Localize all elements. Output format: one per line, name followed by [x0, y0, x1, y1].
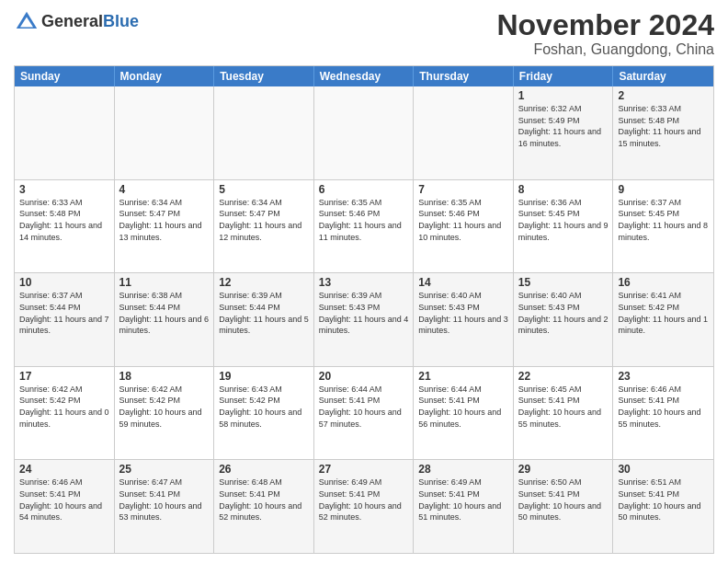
day-number: 23	[618, 370, 709, 383]
day-info: Sunrise: 6:42 AM Sunset: 5:42 PM Dayligh…	[119, 384, 210, 430]
day-number: 8	[518, 183, 609, 196]
day-info: Sunrise: 6:33 AM Sunset: 5:48 PM Dayligh…	[618, 103, 709, 149]
day-number: 24	[19, 463, 109, 476]
day-info: Sunrise: 6:35 AM Sunset: 5:46 PM Dayligh…	[319, 197, 409, 243]
day-cell-14: 14Sunrise: 6:40 AM Sunset: 5:43 PM Dayli…	[414, 273, 514, 366]
day-info: Sunrise: 6:34 AM Sunset: 5:47 PM Dayligh…	[119, 197, 210, 243]
day-cell-13: 13Sunrise: 6:39 AM Sunset: 5:43 PM Dayli…	[314, 273, 415, 366]
day-info: Sunrise: 6:47 AM Sunset: 5:41 PM Dayligh…	[119, 477, 210, 523]
day-number: 14	[418, 276, 508, 289]
day-info: Sunrise: 6:43 AM Sunset: 5:42 PM Dayligh…	[219, 384, 309, 430]
calendar-header: SundayMondayTuesdayWednesdayThursdayFrid…	[15, 66, 713, 86]
calendar-body: 1Sunrise: 6:32 AM Sunset: 5:49 PM Daylig…	[15, 86, 713, 553]
day-info: Sunrise: 6:40 AM Sunset: 5:43 PM Dayligh…	[518, 290, 609, 336]
day-number: 26	[219, 463, 309, 476]
day-number: 27	[319, 463, 409, 476]
header-day-sunday: Sunday	[15, 66, 115, 86]
day-cell-3: 3Sunrise: 6:33 AM Sunset: 5:48 PM Daylig…	[15, 180, 115, 273]
day-number: 10	[19, 276, 109, 289]
logo-text: GeneralBlue	[41, 13, 139, 31]
day-number: 9	[618, 183, 709, 196]
day-cell-17: 17Sunrise: 6:42 AM Sunset: 5:42 PM Dayli…	[15, 367, 115, 460]
logo: GeneralBlue	[14, 9, 139, 35]
day-cell-2: 2Sunrise: 6:33 AM Sunset: 5:48 PM Daylig…	[613, 86, 713, 179]
day-number: 15	[518, 276, 609, 289]
day-info: Sunrise: 6:34 AM Sunset: 5:47 PM Dayligh…	[219, 197, 309, 243]
day-number: 5	[219, 183, 309, 196]
empty-cell	[214, 86, 314, 179]
day-cell-1: 1Sunrise: 6:32 AM Sunset: 5:49 PM Daylig…	[514, 86, 614, 179]
page-container: GeneralBlue November 2024 Foshan, Guangd…	[0, 0, 728, 563]
day-number: 2	[618, 89, 709, 102]
day-number: 20	[319, 370, 409, 383]
day-cell-16: 16Sunrise: 6:41 AM Sunset: 5:42 PM Dayli…	[613, 273, 713, 366]
day-number: 6	[319, 183, 409, 196]
day-number: 25	[119, 463, 210, 476]
day-info: Sunrise: 6:36 AM Sunset: 5:45 PM Dayligh…	[518, 197, 609, 243]
day-number: 3	[19, 183, 109, 196]
day-number: 28	[418, 463, 508, 476]
day-info: Sunrise: 6:44 AM Sunset: 5:41 PM Dayligh…	[319, 384, 409, 430]
day-info: Sunrise: 6:51 AM Sunset: 5:41 PM Dayligh…	[618, 477, 709, 523]
header-day-tuesday: Tuesday	[214, 66, 314, 86]
day-cell-24: 24Sunrise: 6:46 AM Sunset: 5:41 PM Dayli…	[15, 460, 115, 553]
day-info: Sunrise: 6:38 AM Sunset: 5:44 PM Dayligh…	[119, 290, 210, 336]
day-number: 18	[119, 370, 210, 383]
day-cell-27: 27Sunrise: 6:49 AM Sunset: 5:41 PM Dayli…	[314, 460, 415, 553]
calendar-row-2: 3Sunrise: 6:33 AM Sunset: 5:48 PM Daylig…	[15, 179, 713, 273]
day-cell-10: 10Sunrise: 6:37 AM Sunset: 5:44 PM Dayli…	[15, 273, 115, 366]
day-info: Sunrise: 6:45 AM Sunset: 5:41 PM Dayligh…	[518, 384, 609, 430]
calendar-row-4: 17Sunrise: 6:42 AM Sunset: 5:42 PM Dayli…	[15, 366, 713, 460]
day-info: Sunrise: 6:37 AM Sunset: 5:44 PM Dayligh…	[19, 290, 109, 336]
calendar-row-3: 10Sunrise: 6:37 AM Sunset: 5:44 PM Dayli…	[15, 272, 713, 366]
header-day-friday: Friday	[514, 66, 614, 86]
day-cell-29: 29Sunrise: 6:50 AM Sunset: 5:41 PM Dayli…	[514, 460, 614, 553]
day-info: Sunrise: 6:44 AM Sunset: 5:41 PM Dayligh…	[418, 384, 508, 430]
day-number: 13	[319, 276, 409, 289]
day-cell-26: 26Sunrise: 6:48 AM Sunset: 5:41 PM Dayli…	[214, 460, 314, 553]
day-number: 4	[119, 183, 210, 196]
day-cell-15: 15Sunrise: 6:40 AM Sunset: 5:43 PM Dayli…	[514, 273, 614, 366]
calendar-row-1: 1Sunrise: 6:32 AM Sunset: 5:49 PM Daylig…	[15, 86, 713, 179]
day-cell-7: 7Sunrise: 6:35 AM Sunset: 5:46 PM Daylig…	[414, 180, 514, 273]
day-number: 11	[119, 276, 210, 289]
day-info: Sunrise: 6:46 AM Sunset: 5:41 PM Dayligh…	[618, 384, 709, 430]
logo-general: General	[41, 12, 103, 30]
day-cell-12: 12Sunrise: 6:39 AM Sunset: 5:44 PM Dayli…	[214, 273, 314, 366]
day-number: 7	[418, 183, 508, 196]
day-info: Sunrise: 6:39 AM Sunset: 5:43 PM Dayligh…	[319, 290, 409, 336]
header-day-thursday: Thursday	[414, 66, 514, 86]
day-info: Sunrise: 6:41 AM Sunset: 5:42 PM Dayligh…	[618, 290, 709, 336]
day-number: 1	[518, 89, 609, 102]
empty-cell	[314, 86, 415, 179]
logo-icon	[14, 9, 40, 35]
empty-cell	[414, 86, 514, 179]
day-cell-18: 18Sunrise: 6:42 AM Sunset: 5:42 PM Dayli…	[115, 367, 215, 460]
day-number: 30	[618, 463, 709, 476]
day-cell-6: 6Sunrise: 6:35 AM Sunset: 5:46 PM Daylig…	[314, 180, 415, 273]
day-cell-9: 9Sunrise: 6:37 AM Sunset: 5:45 PM Daylig…	[613, 180, 713, 273]
day-info: Sunrise: 6:39 AM Sunset: 5:44 PM Dayligh…	[219, 290, 309, 336]
page-header: GeneralBlue November 2024 Foshan, Guangd…	[14, 9, 714, 58]
day-info: Sunrise: 6:35 AM Sunset: 5:46 PM Dayligh…	[418, 197, 508, 243]
day-number: 21	[418, 370, 508, 383]
empty-cell	[115, 86, 215, 179]
calendar: SundayMondayTuesdayWednesdayThursdayFrid…	[14, 65, 714, 554]
header-day-saturday: Saturday	[613, 66, 713, 86]
day-info: Sunrise: 6:32 AM Sunset: 5:49 PM Dayligh…	[518, 103, 609, 149]
day-cell-30: 30Sunrise: 6:51 AM Sunset: 5:41 PM Dayli…	[613, 460, 713, 553]
day-info: Sunrise: 6:48 AM Sunset: 5:41 PM Dayligh…	[219, 477, 309, 523]
day-cell-4: 4Sunrise: 6:34 AM Sunset: 5:47 PM Daylig…	[115, 180, 215, 273]
day-cell-20: 20Sunrise: 6:44 AM Sunset: 5:41 PM Dayli…	[314, 367, 415, 460]
day-cell-5: 5Sunrise: 6:34 AM Sunset: 5:47 PM Daylig…	[214, 180, 314, 273]
day-number: 16	[618, 276, 709, 289]
day-cell-22: 22Sunrise: 6:45 AM Sunset: 5:41 PM Dayli…	[514, 367, 614, 460]
day-info: Sunrise: 6:50 AM Sunset: 5:41 PM Dayligh…	[518, 477, 609, 523]
day-cell-11: 11Sunrise: 6:38 AM Sunset: 5:44 PM Dayli…	[115, 273, 215, 366]
day-number: 22	[518, 370, 609, 383]
day-number: 29	[518, 463, 609, 476]
day-info: Sunrise: 6:37 AM Sunset: 5:45 PM Dayligh…	[618, 197, 709, 243]
empty-cell	[15, 86, 115, 179]
day-cell-8: 8Sunrise: 6:36 AM Sunset: 5:45 PM Daylig…	[514, 180, 614, 273]
day-cell-28: 28Sunrise: 6:49 AM Sunset: 5:41 PM Dayli…	[414, 460, 514, 553]
